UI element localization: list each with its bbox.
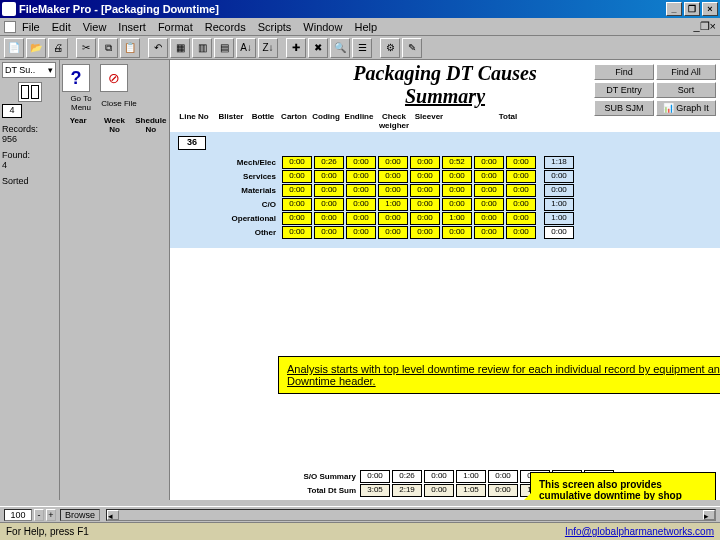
mode-indicator[interactable]: Browse [60, 509, 100, 521]
grid-cell[interactable]: 0:00 [506, 184, 536, 197]
grid-cell[interactable]: 0:00 [410, 156, 440, 169]
menu-edit[interactable]: Edit [52, 21, 71, 33]
scroll-right-button[interactable]: ▸ [703, 510, 715, 520]
grid-cell[interactable]: 0:52 [442, 156, 472, 169]
grid-cell[interactable]: 0:00 [346, 170, 376, 183]
grid-cell[interactable]: 0:00 [282, 226, 312, 239]
layout-dropdown[interactable]: DT Su..▾ [2, 62, 56, 78]
new-button[interactable]: 📄 [4, 38, 24, 58]
find-button-panel[interactable]: Find [594, 64, 654, 80]
graphit-button[interactable]: 📊Graph It [656, 100, 716, 116]
grid-cell[interactable]: 0:00 [314, 212, 344, 225]
grid-cell[interactable]: 0:26 [314, 156, 344, 169]
grid-cell[interactable]: 0:00 [474, 156, 504, 169]
contact-link[interactable]: Info@globalpharmanetworks.com [565, 526, 714, 537]
grid-cell[interactable]: 0:00 [282, 170, 312, 183]
grid-cell[interactable]: 0:00 [346, 226, 376, 239]
sort-asc-button[interactable]: A↓ [236, 38, 256, 58]
menu-insert[interactable]: Insert [118, 21, 146, 33]
zoom-in-button[interactable]: + [46, 509, 56, 521]
subsjm-button[interactable]: SUB SJM [594, 100, 654, 116]
grid-cell[interactable]: 0:00 [506, 156, 536, 169]
grid-cell[interactable]: 0:00 [410, 212, 440, 225]
grid-cell[interactable]: 0:00 [474, 198, 504, 211]
cut-button[interactable]: ✂ [76, 38, 96, 58]
grid-cell[interactable]: 0:00 [378, 156, 408, 169]
h-scrollbar[interactable]: ◂ ▸ [106, 509, 716, 521]
new-record-button[interactable]: ✚ [286, 38, 306, 58]
grid-cell[interactable]: 0:00 [442, 226, 472, 239]
tool-button-2[interactable]: ▥ [192, 38, 212, 58]
grid-cell[interactable]: 0:00 [474, 226, 504, 239]
record-pos-field[interactable]: 100 [4, 509, 32, 521]
delete-record-button[interactable]: ✖ [308, 38, 328, 58]
grid-cell[interactable]: 0:00 [282, 198, 312, 211]
tool-button-1[interactable]: ▦ [170, 38, 190, 58]
zoom-out-button[interactable]: - [34, 509, 44, 521]
grid-cell[interactable]: 0:00 [410, 170, 440, 183]
child-close-button[interactable]: × [710, 20, 716, 33]
help-icon[interactable]: ? [62, 64, 90, 92]
tool-button-5[interactable]: ✎ [402, 38, 422, 58]
sort-button[interactable]: Sort [656, 82, 716, 98]
grid-cell[interactable]: 0:00 [410, 198, 440, 211]
minimize-button[interactable]: _ [666, 2, 682, 16]
menu-window[interactable]: Window [303, 21, 342, 33]
undo-button[interactable]: ↶ [148, 38, 168, 58]
grid-cell[interactable]: 1:00 [442, 212, 472, 225]
grid-cell[interactable]: 0:00 [506, 212, 536, 225]
grid-cell[interactable]: 0:00 [506, 170, 536, 183]
book-icon[interactable] [18, 82, 42, 102]
grid-cell[interactable]: 0:00 [474, 212, 504, 225]
paste-button[interactable]: 📋 [120, 38, 140, 58]
grid-cell[interactable]: 0:00 [346, 212, 376, 225]
grid-cell[interactable]: 0:00 [474, 170, 504, 183]
dtentry-button[interactable]: DT Entry [594, 82, 654, 98]
find-button[interactable]: 🔍 [330, 38, 350, 58]
record-number-field[interactable]: 4 [2, 104, 22, 118]
grid-cell[interactable]: 0:00 [314, 226, 344, 239]
menu-file[interactable]: File [22, 21, 40, 33]
grid-cell[interactable]: 0:00 [474, 184, 504, 197]
grid-cell[interactable]: 0:00 [282, 212, 312, 225]
maximize-button[interactable]: ❐ [684, 2, 700, 16]
grid-cell[interactable]: 0:00 [346, 156, 376, 169]
grid-cell[interactable]: 0:00 [314, 170, 344, 183]
tool-button-4[interactable]: ⚙ [380, 38, 400, 58]
grid-cell[interactable]: 0:00 [378, 226, 408, 239]
grid-cell[interactable]: 0:00 [442, 170, 472, 183]
grid-cell[interactable]: 0:00 [346, 198, 376, 211]
open-button[interactable]: 📂 [26, 38, 46, 58]
close-button[interactable]: × [702, 2, 718, 16]
scroll-left-button[interactable]: ◂ [107, 510, 119, 520]
close-file-icon[interactable]: ⊘ [100, 64, 128, 92]
grid-cell[interactable]: 0:00 [314, 184, 344, 197]
grid-cell[interactable]: 0:00 [282, 184, 312, 197]
menu-help[interactable]: Help [354, 21, 377, 33]
grid-cell[interactable]: 0:00 [410, 226, 440, 239]
tool-button-3[interactable]: ▤ [214, 38, 234, 58]
grid-cell[interactable]: 0:00 [378, 184, 408, 197]
grid-cell[interactable]: 0:00 [282, 156, 312, 169]
menu-view[interactable]: View [83, 21, 107, 33]
sort-desc-button[interactable]: Z↓ [258, 38, 278, 58]
grid-cell[interactable]: 1:00 [378, 198, 408, 211]
grid-cell[interactable]: 0:00 [506, 226, 536, 239]
grid-cell[interactable]: 0:00 [442, 198, 472, 211]
print-button[interactable]: 🖨 [48, 38, 68, 58]
copy-button[interactable]: ⧉ [98, 38, 118, 58]
grid-cell[interactable]: 0:00 [346, 184, 376, 197]
grid-cell[interactable]: 0:00 [506, 198, 536, 211]
grid-cell[interactable]: 0:00 [378, 212, 408, 225]
line-field[interactable]: 36 [178, 136, 206, 150]
grid-cell[interactable]: 0:00 [378, 170, 408, 183]
grid-cell[interactable]: 0:00 [410, 184, 440, 197]
findall-button[interactable]: Find All [656, 64, 716, 80]
grid-cell[interactable]: 0:00 [314, 198, 344, 211]
menu-records[interactable]: Records [205, 21, 246, 33]
menu-format[interactable]: Format [158, 21, 193, 33]
child-restore-button[interactable]: ❐ [700, 20, 710, 33]
show-all-button[interactable]: ☰ [352, 38, 372, 58]
menu-scripts[interactable]: Scripts [258, 21, 292, 33]
grid-cell[interactable]: 0:00 [442, 184, 472, 197]
